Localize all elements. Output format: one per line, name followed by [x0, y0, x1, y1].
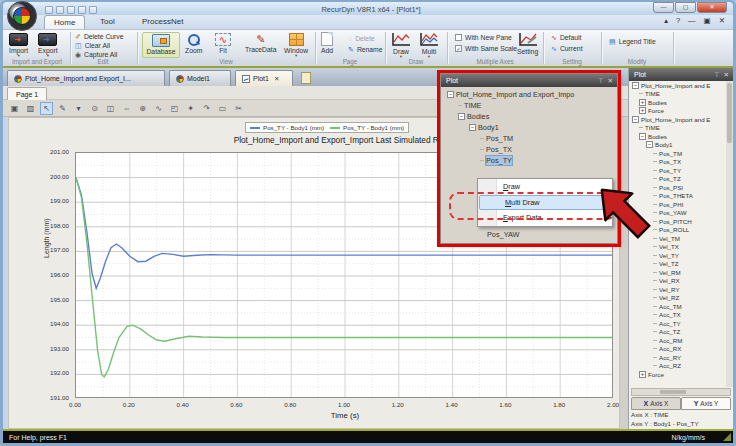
zoom-button[interactable]: Zoom [185, 33, 202, 54]
tree-item-time[interactable]: TIME [443, 100, 617, 111]
tree-item-pos-yaw-partial[interactable]: Pos_YAW [487, 230, 519, 239]
doc-tab-plot-home[interactable]: Plot_Home_Import and Export_I... [7, 70, 165, 86]
new-document-icon[interactable] [301, 72, 311, 84]
expand-icon[interactable]: + [639, 107, 646, 114]
vertical-scrollbar[interactable] [726, 81, 733, 387]
zoom-region-icon[interactable]: ⊙ [88, 102, 101, 115]
tree-item-vel-ty[interactable]: Vel_TY [629, 251, 727, 260]
tree-item-vel-rz[interactable]: Vel_RZ [629, 294, 727, 303]
app-menu-button[interactable] [7, 1, 37, 31]
tree-item-pos-ty[interactable]: Pos_TY [443, 155, 617, 166]
scrollbar-thumb[interactable] [660, 390, 686, 394]
tree-item-acc-ry[interactable]: Acc_RY [629, 353, 727, 362]
close-button[interactable]: ✕ [697, 2, 727, 13]
panel-close-icon[interactable]: ✕ [608, 74, 613, 87]
expand-icon[interactable]: + [639, 99, 646, 106]
child-minimize-icon[interactable]: — [688, 16, 696, 25]
tree-item-body1[interactable]: −Body1 [629, 141, 727, 150]
tab-home[interactable]: Home [44, 15, 85, 29]
expand-icon[interactable]: + [639, 371, 646, 378]
pen-icon[interactable]: ✎ [56, 102, 69, 115]
rename-page-button[interactable]: ✎Rename [348, 46, 383, 53]
save-icon[interactable] [67, 6, 75, 14]
h-range-icon[interactable]: ⇔ [120, 102, 133, 115]
tree-item-vel-tz[interactable]: Vel_TZ [629, 260, 727, 269]
tree-item-force[interactable]: +Force [629, 107, 727, 116]
default-setting-button[interactable]: ∿Default [551, 34, 581, 41]
minimize-button[interactable]: — [653, 2, 674, 13]
collapse-icon[interactable]: − [469, 124, 476, 131]
copy-icon[interactable]: ▣ [8, 102, 21, 115]
tree-item-body1[interactable]: −Body1 [443, 122, 617, 133]
tree-item-plot-home-import-and-e[interactable]: −Plot_Home_Import and E [629, 81, 727, 90]
pin-icon[interactable]: ⊤ [598, 74, 604, 87]
tree-item-pos-tx[interactable]: Pos_TX [629, 158, 727, 167]
tree-item-pos-theta[interactable]: Pos_THETA [629, 192, 727, 201]
chart-mode-icon[interactable]: ▨ [24, 102, 37, 115]
pan-icon[interactable]: ◫ [104, 102, 117, 115]
tab-close-icon[interactable]: ✕ [274, 75, 279, 83]
window-button[interactable]: Window▾ [284, 33, 308, 57]
tree-item-bodies[interactable]: −Bodies [443, 111, 617, 122]
tree-item-acc-ty[interactable]: Acc_TY [629, 319, 727, 328]
doc-tab-plot1[interactable]: Plot1 ✕ [235, 70, 293, 86]
panel-close-icon[interactable]: ✕ [724, 68, 729, 81]
page-tab-page1[interactable]: Page 1 [7, 87, 47, 100]
marker-icon[interactable]: ✦ [184, 102, 197, 115]
tree-item-time[interactable]: TIME [629, 124, 727, 133]
floating-panel-title-bar[interactable]: Plot ⊤✕ [441, 74, 617, 87]
legend-title-button[interactable]: ▤Legend Title [609, 38, 656, 45]
ribbon-collapse-icon[interactable]: ▴ [664, 16, 668, 25]
tab-axis-y[interactable]: YAxis Y [681, 397, 731, 410]
with-new-pane-checkbox[interactable]: With New Pane [455, 34, 512, 41]
tree-item-pos-ty[interactable]: Pos_TY [629, 166, 727, 175]
tools-icon[interactable]: ✂ [232, 102, 245, 115]
collapse-icon[interactable]: − [632, 116, 639, 123]
curve-edit-icon[interactable]: ∿ [152, 102, 165, 115]
refresh-icon[interactable]: ↷ [200, 102, 213, 115]
tree-item-pos-tm[interactable]: Pos_TM [443, 133, 617, 144]
delete-page-button[interactable]: ◌Delete [348, 35, 375, 42]
tree-item-pos-tm[interactable]: Pos_TM [629, 149, 727, 158]
tree-item-vel-rx[interactable]: Vel_RX [629, 277, 727, 286]
collapse-icon[interactable]: − [458, 113, 465, 120]
doc-tab-model1[interactable]: Model1 [169, 70, 231, 86]
current-setting-button[interactable]: ∿Current [551, 45, 583, 52]
tab-axis-x[interactable]: XAxis X [631, 397, 681, 410]
new-file-icon[interactable] [45, 6, 53, 14]
child-close-icon[interactable]: ✕ [719, 16, 725, 25]
add-page-button[interactable]: Add [321, 32, 333, 54]
menu-item-export-data[interactable]: Export Data [478, 210, 612, 226]
tree-item-pos-psi[interactable]: Pos_PSI [629, 183, 727, 192]
fit-button[interactable]: ∿ Fit [215, 33, 231, 54]
open-file-icon[interactable] [56, 6, 64, 14]
panel-splitter[interactable] [620, 117, 628, 429]
tree-item-time[interactable]: TIME [629, 90, 727, 99]
tree-item-plot-home-import-and-export-impo[interactable]: −Plot_Home_Import and Export_Impo [443, 89, 617, 100]
tab-tool[interactable]: Tool [91, 15, 124, 29]
capture-icon[interactable] [78, 6, 86, 14]
tree-item-plot-home-import-and-e[interactable]: −Plot_Home_Import and E [629, 115, 727, 124]
legend-box-icon[interactable]: ▭ [216, 102, 229, 115]
scrollbar-thumb[interactable] [727, 83, 732, 143]
delete-curve-button[interactable]: ✐Delete Curve [75, 33, 124, 40]
maximize-button[interactable]: ▢ [675, 2, 696, 13]
collapse-icon[interactable]: − [447, 91, 454, 98]
tree-item-acc-rz[interactable]: Acc_RZ [629, 362, 727, 371]
tree-item-acc-tm[interactable]: Acc_TM [629, 302, 727, 311]
multi-draw-button[interactable]: Multi▾ [419, 32, 439, 58]
tree-item-vel-tx[interactable]: Vel_TX [629, 243, 727, 252]
tree-item-vel-ry[interactable]: Vel_RY [629, 285, 727, 294]
tree-item-force[interactable]: +Force [629, 370, 727, 379]
tree-item-pos-tx[interactable]: Pos_TX [443, 144, 617, 155]
export-button[interactable]: ➜ Export▾ [38, 33, 58, 57]
import-button[interactable]: ➜ Import▾ [9, 33, 28, 57]
with-same-scale-checkbox[interactable]: ✓With Same Scale [455, 45, 517, 52]
tracedata-button[interactable]: ✎ TraceData [245, 33, 276, 53]
menu-item-draw[interactable]: Draw [478, 179, 612, 195]
tree-item-acc-tx[interactable]: Acc_TX [629, 311, 727, 320]
pin-icon[interactable]: ⊤ [714, 68, 720, 81]
collapse-icon[interactable]: − [646, 141, 653, 148]
capture-all-button[interactable]: ◉Capture All [75, 51, 117, 58]
tree-item-acc-tz[interactable]: Acc_TZ [629, 328, 727, 337]
